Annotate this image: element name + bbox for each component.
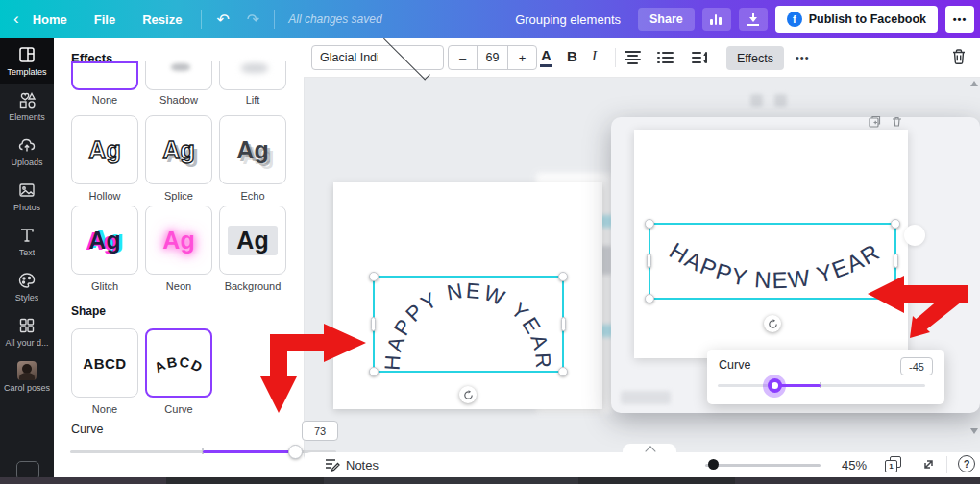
effect-preview: Ag xyxy=(236,227,268,254)
sidebar-label: All your d... xyxy=(5,338,48,348)
download-button[interactable] xyxy=(739,8,768,31)
italic-button[interactable]: I xyxy=(592,48,597,64)
font-size-decrease-button[interactable]: – xyxy=(449,46,477,69)
effect-card-lift[interactable] xyxy=(219,61,286,90)
zoom-slider-thumb[interactable] xyxy=(708,459,719,470)
effect-card-glitch[interactable]: Ag xyxy=(71,206,138,275)
sidebar-item-styles[interactable]: Styles xyxy=(0,264,54,309)
shape-card-none[interactable]: ABCD xyxy=(71,328,138,398)
scroll-up-icon[interactable] xyxy=(970,81,978,86)
effect-card-echo[interactable]: Ag xyxy=(219,115,286,184)
sidebar-item-text[interactable]: Text xyxy=(0,219,54,264)
download-icon xyxy=(747,13,759,26)
resize-menu[interactable]: Resize xyxy=(142,12,182,27)
shape-card-curve[interactable]: ABCD xyxy=(145,328,212,398)
effect-card-none[interactable] xyxy=(71,61,138,90)
svg-text:ABCD: ABCD xyxy=(152,354,206,376)
redo-icon: ↷ xyxy=(247,11,259,29)
panel-collapse-puck[interactable] xyxy=(904,225,925,246)
rotate-handle[interactable] xyxy=(764,315,781,332)
publish-to-facebook-button[interactable]: f Publish to Facebook xyxy=(775,6,938,33)
effect-card-splice[interactable]: Ag xyxy=(145,115,212,184)
effect-card-hollow[interactable]: Ag xyxy=(71,115,138,184)
sidebar-label: Photos xyxy=(13,203,40,212)
chevron-up-icon xyxy=(645,446,655,456)
text-color-button[interactable]: A xyxy=(540,47,552,67)
selection-handle[interactable] xyxy=(369,272,379,281)
delete-page-icon[interactable] xyxy=(891,114,903,127)
curved-text-preview: ABCD xyxy=(147,329,210,397)
curve-value-input[interactable]: 73 xyxy=(302,421,338,441)
design-title[interactable]: Grouping elements xyxy=(515,12,621,27)
selection-side-handle[interactable] xyxy=(894,254,898,268)
zoom-level: 45% xyxy=(842,458,867,472)
selection-box-page1[interactable] xyxy=(373,276,564,373)
effect-label: Neon xyxy=(145,280,212,292)
selection-handle[interactable] xyxy=(558,272,568,281)
home-button[interactable]: Home xyxy=(33,12,67,27)
bullet-list-icon[interactable] xyxy=(657,51,674,64)
grid-icon xyxy=(17,316,37,335)
ghost-icon-blur xyxy=(774,94,787,107)
effect-card-neon[interactable]: Ag xyxy=(145,206,212,275)
back-icon[interactable]: ‹ xyxy=(13,10,19,29)
effect-label: Background xyxy=(219,280,286,292)
sidebar-item-photos[interactable]: Photos xyxy=(0,174,54,219)
delete-icon[interactable] xyxy=(951,48,967,69)
selection-handle[interactable] xyxy=(645,294,654,303)
effect-card-shadow[interactable] xyxy=(145,61,212,90)
pages-button[interactable]: 1 xyxy=(885,456,903,473)
toolbar-more-icon[interactable]: ••• xyxy=(796,52,810,63)
font-size-increase-button[interactable]: + xyxy=(508,46,536,69)
collapse-tab[interactable] xyxy=(623,444,676,455)
effect-label: None xyxy=(71,94,138,106)
selection-handle[interactable] xyxy=(891,219,900,229)
scroll-down-icon[interactable] xyxy=(970,428,978,434)
selection-side-handle[interactable] xyxy=(371,317,376,331)
bar-chart-icon xyxy=(710,13,723,25)
popup-slider-track[interactable] xyxy=(718,384,925,387)
sidebar-item-templates[interactable]: Templates xyxy=(0,38,54,84)
more-options-button[interactable]: ••• xyxy=(945,6,974,33)
letter-spacing-icon[interactable] xyxy=(692,51,709,64)
notes-button[interactable]: Notes xyxy=(346,458,379,472)
selection-handle[interactable] xyxy=(558,367,568,376)
shape-preview: ABCD xyxy=(83,355,126,372)
share-button[interactable]: Share xyxy=(638,8,695,31)
text-align-icon[interactable] xyxy=(625,51,641,64)
help-button[interactable]: ? xyxy=(958,455,975,472)
font-size-value[interactable]: 69 xyxy=(477,46,508,69)
font-family-select[interactable]: Glacial Indifferen... xyxy=(311,45,444,70)
effect-label: Splice xyxy=(145,190,212,202)
shape-label: None xyxy=(71,403,138,415)
sidebar-item-all-your-designs[interactable]: All your d... xyxy=(0,309,54,354)
divider xyxy=(274,10,275,29)
rotate-handle[interactable] xyxy=(459,386,477,403)
duplicate-page-icon[interactable] xyxy=(869,114,881,127)
effect-card-background[interactable]: Ag xyxy=(219,206,286,275)
file-menu[interactable]: File xyxy=(94,12,115,27)
curve-slider-thumb[interactable] xyxy=(288,445,303,459)
selection-side-handle[interactable] xyxy=(647,254,651,268)
popup-slider-thumb xyxy=(772,382,778,389)
sidebar-item-uploads[interactable]: Uploads xyxy=(0,129,54,174)
selection-box-page2[interactable] xyxy=(649,223,896,300)
fullscreen-icon[interactable] xyxy=(921,457,936,475)
canva-editor: ‹ Home File Resize ↶ ↷ All changes saved… xyxy=(0,0,980,484)
sidebar-item-elements[interactable]: Elements xyxy=(0,84,54,129)
insights-button[interactable] xyxy=(702,8,731,31)
bold-button[interactable]: B xyxy=(567,48,577,64)
effects-button[interactable]: Effects xyxy=(726,46,784,70)
canvas-area[interactable]: HAPPY NEW YEAR HAPPY NEW xyxy=(304,77,980,452)
selection-handle[interactable] xyxy=(645,219,654,229)
sidebar-item-carol-poses[interactable]: Carol poses xyxy=(0,354,54,399)
selection-side-handle[interactable] xyxy=(561,317,566,331)
selection-handle[interactable] xyxy=(891,294,900,303)
undo-icon[interactable]: ↶ xyxy=(216,11,229,29)
side-nav: Templates Elements Uploads Photos Text S… xyxy=(0,38,54,477)
sidebar-label: Uploads xyxy=(11,157,42,167)
selection-handle[interactable] xyxy=(369,367,379,376)
zoom-slider-track[interactable] xyxy=(705,464,821,467)
curve-popup-value-input[interactable]: -45 xyxy=(900,357,933,375)
effect-preview: Ag xyxy=(236,138,268,162)
